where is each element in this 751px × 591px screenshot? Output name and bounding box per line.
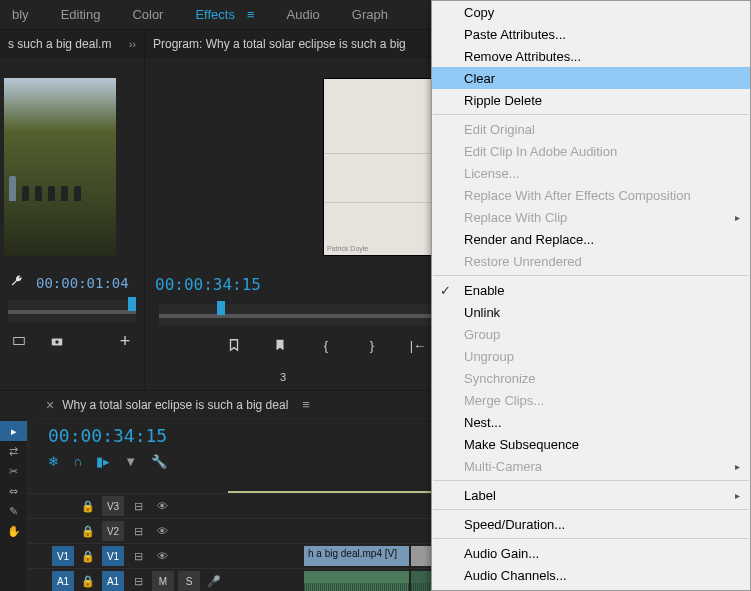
tab-assembly[interactable]: bly	[12, 7, 29, 22]
timeline-marker-icon[interactable]: ▼	[124, 454, 137, 469]
menu-edit-audition: Edit Clip In Adobe Audition	[432, 140, 750, 162]
menu-separator	[433, 538, 749, 539]
menu-remove-attributes[interactable]: Remove Attributes...	[432, 45, 750, 67]
tab-editing[interactable]: Editing	[61, 7, 101, 22]
menu-audio-channels[interactable]: Audio Channels...	[432, 564, 750, 586]
wrench-icon[interactable]	[10, 274, 24, 291]
timeline-title[interactable]: Why a total solar eclipse is such a big …	[62, 398, 288, 412]
linked-selection-icon[interactable]: ∩	[73, 454, 82, 469]
toggle-track-icon[interactable]: 👁	[152, 496, 172, 516]
close-icon[interactable]: ×	[46, 397, 54, 413]
source-preview[interactable]	[4, 78, 116, 256]
video-clip-thumb[interactable]	[411, 546, 431, 566]
tool-column: ▸ ⇄ ✂ ⇔ ✎ ✋	[0, 419, 28, 591]
hand-tool-icon[interactable]: ✋	[0, 521, 27, 541]
menu-render-replace[interactable]: Render and Replace...	[432, 228, 750, 250]
svg-rect-0	[14, 338, 25, 345]
menu-ripple-delete[interactable]: Ripple Delete	[432, 89, 750, 111]
audio-clip[interactable]	[304, 571, 409, 591]
pen-tool-icon[interactable]: ✎	[0, 501, 27, 521]
tab-color[interactable]: Color	[132, 7, 163, 22]
sync-lock-icon[interactable]: ⊟	[128, 571, 148, 591]
snap-icon[interactable]: ❄	[48, 454, 59, 469]
context-menu: Copy Paste Attributes... Remove Attribut…	[431, 0, 751, 591]
ripple-tool-icon[interactable]: ⇄	[0, 441, 27, 461]
settings-wrench-icon[interactable]: 🔧	[151, 454, 167, 469]
collapse-icon[interactable]: ››	[129, 38, 136, 50]
menu-audio-gain[interactable]: Audio Gain...	[432, 542, 750, 564]
source-panel-title: s such a big deal.m	[8, 37, 111, 51]
menu-clear[interactable]: Clear	[432, 67, 750, 89]
source-patch-a1[interactable]: A1	[52, 571, 74, 591]
menu-ungroup: Ungroup	[432, 345, 750, 367]
svg-point-2	[55, 340, 59, 344]
toggle-track-icon[interactable]: 👁	[152, 521, 172, 541]
menu-nest[interactable]: Nest...	[432, 411, 750, 433]
sync-lock-icon[interactable]: ⊟	[128, 496, 148, 516]
track-target-a1[interactable]: A1	[102, 571, 124, 591]
menu-copy[interactable]: Copy	[432, 1, 750, 23]
add-marker-tl-icon[interactable]: ▮▸	[96, 454, 110, 469]
menu-make-subsequence[interactable]: Make Subsequence	[432, 433, 750, 455]
track-label-v3[interactable]: V3	[102, 496, 124, 516]
menu-separator	[433, 509, 749, 510]
timeline-timecode[interactable]: 00:00:34:15	[48, 425, 167, 446]
razor-tool-icon[interactable]: ✂	[0, 461, 27, 481]
source-playhead[interactable]	[128, 297, 136, 311]
ruler-mark: 3	[280, 371, 286, 383]
video-clip[interactable]: h a big deal.mp4 [V]	[304, 546, 409, 566]
program-panel-title: Program: Why a total solar eclipse is su…	[153, 37, 406, 51]
menu-group: Group	[432, 323, 750, 345]
source-patch-v1[interactable]: V1	[52, 546, 74, 566]
source-panel: s such a big deal.m ›› 00:00:01:04 +	[0, 30, 145, 390]
tab-effects[interactable]: Effects	[195, 7, 235, 22]
chevron-right-icon: ▸	[735, 212, 740, 223]
marker-left-icon[interactable]: {	[317, 336, 335, 354]
track-label-v2[interactable]: V2	[102, 521, 124, 541]
menu-license: License...	[432, 162, 750, 184]
menu-merge-clips: Merge Clips...	[432, 389, 750, 411]
voice-over-icon[interactable]: 🎤	[204, 571, 224, 591]
slip-tool-icon[interactable]: ⇔	[0, 481, 27, 501]
lock-icon[interactable]: 🔒	[78, 571, 98, 591]
go-prev-icon[interactable]: |←	[409, 336, 427, 354]
tab-graphics[interactable]: Graph	[352, 7, 388, 22]
menu-paste-attributes[interactable]: Paste Attributes...	[432, 23, 750, 45]
solo-button[interactable]: S	[178, 571, 200, 591]
mark-in-icon[interactable]	[225, 336, 243, 354]
track-target-v1[interactable]: V1	[102, 546, 124, 566]
menu-multi-camera: Multi-Camera▸	[432, 455, 750, 477]
mute-button[interactable]: M	[152, 571, 174, 591]
lock-icon[interactable]: 🔒	[78, 496, 98, 516]
selection-tool-icon[interactable]: ▸	[0, 421, 27, 441]
sync-lock-icon[interactable]: ⊟	[128, 546, 148, 566]
panel-menu-icon[interactable]: ≡	[302, 397, 310, 412]
program-timecode[interactable]: 00:00:34:15	[155, 275, 261, 294]
camera-icon[interactable]	[48, 332, 66, 350]
menu-separator	[433, 480, 749, 481]
sync-lock-icon[interactable]: ⊟	[128, 521, 148, 541]
marker-right-icon[interactable]: }	[363, 336, 381, 354]
menu-unlink[interactable]: Unlink	[432, 301, 750, 323]
menu-replace-clip: Replace With Clip▸	[432, 206, 750, 228]
mark-out-icon[interactable]	[271, 336, 289, 354]
export-frame-icon[interactable]	[10, 332, 28, 350]
audio-clip-2[interactable]	[411, 571, 431, 591]
lock-icon[interactable]: 🔒	[78, 546, 98, 566]
menu-label[interactable]: Label▸	[432, 484, 750, 506]
hamburger-icon[interactable]: ≡	[247, 7, 255, 22]
toggle-track-icon[interactable]: 👁	[152, 546, 172, 566]
source-timecode[interactable]: 00:00:01:04	[36, 275, 129, 291]
chevron-right-icon: ▸	[735, 461, 740, 472]
menu-speed-duration[interactable]: Speed/Duration...	[432, 513, 750, 535]
chevron-right-icon: ▸	[735, 490, 740, 501]
check-icon: ✓	[440, 283, 451, 298]
program-playhead[interactable]	[217, 301, 225, 315]
plus-icon[interactable]: +	[116, 332, 134, 350]
tab-audio[interactable]: Audio	[287, 7, 320, 22]
lock-icon[interactable]: 🔒	[78, 521, 98, 541]
menu-separator	[433, 114, 749, 115]
menu-synchronize: Synchronize	[432, 367, 750, 389]
menu-separator	[433, 275, 749, 276]
menu-enable[interactable]: ✓Enable	[432, 279, 750, 301]
